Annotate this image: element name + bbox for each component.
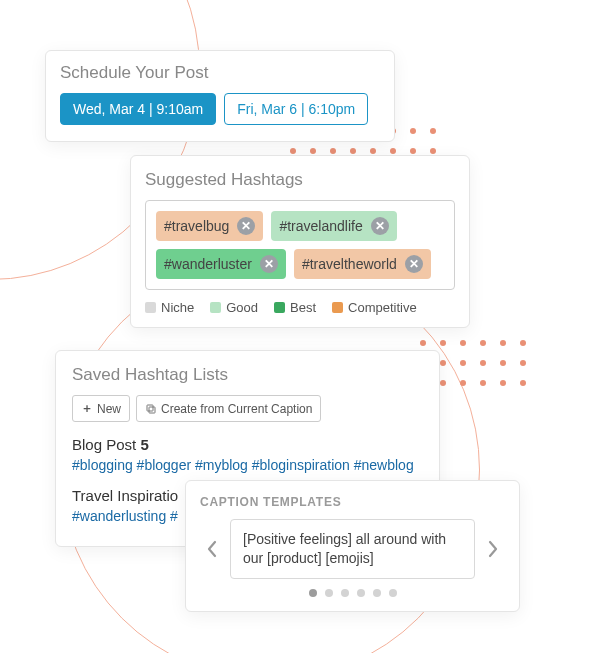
create-from-caption-button[interactable]: Create from Current Caption	[136, 395, 321, 422]
legend-competitive: Competitive	[332, 300, 417, 315]
hashtag-text: #traveltheworld	[302, 256, 397, 272]
legend-swatch	[332, 302, 343, 313]
suggested-hashtags-card: Suggested Hashtags #travelbug ✕ #travela…	[130, 155, 470, 328]
chevron-left-icon	[206, 540, 218, 558]
legend-swatch	[145, 302, 156, 313]
hashtag-legend: Niche Good Best Competitive	[145, 300, 455, 315]
hashtag-chip[interactable]: #traveltheworld ✕	[294, 249, 431, 279]
remove-hashtag-icon[interactable]: ✕	[371, 217, 389, 235]
template-pager	[200, 589, 505, 597]
hashtag-chip[interactable]: #wanderluster ✕	[156, 249, 286, 279]
pager-dot[interactable]	[325, 589, 333, 597]
saved-list-item[interactable]: Blog Post 5 #blogging #blogger #myblog #…	[72, 436, 423, 473]
card-title: Suggested Hashtags	[145, 170, 455, 190]
remove-hashtag-icon[interactable]: ✕	[237, 217, 255, 235]
schedule-post-card: Schedule Your Post Wed, Mar 4 | 9:10am F…	[45, 50, 395, 142]
create-from-caption-label: Create from Current Caption	[161, 402, 312, 416]
legend-good: Good	[210, 300, 258, 315]
card-title: CAPTION TEMPLATES	[200, 495, 505, 509]
remove-hashtag-icon[interactable]: ✕	[405, 255, 423, 273]
hashtag-text: #wanderluster	[164, 256, 252, 272]
hashtag-chip[interactable]: #travelbug ✕	[156, 211, 263, 241]
hashtag-chip-container: #travelbug ✕ #travelandlife ✕ #wanderlus…	[145, 200, 455, 290]
hashtag-chip[interactable]: #travelandlife ✕	[271, 211, 396, 241]
legend-best: Best	[274, 300, 316, 315]
legend-niche: Niche	[145, 300, 194, 315]
template-carousel: [Positive feelings] all around with our …	[200, 519, 505, 579]
pager-dot[interactable]	[341, 589, 349, 597]
pager-dot[interactable]	[357, 589, 365, 597]
schedule-slot-list: Wed, Mar 4 | 9:10am Fri, Mar 6 | 6:10pm	[60, 93, 380, 125]
svg-rect-1	[147, 405, 153, 411]
hashtag-text: #travelbug	[164, 218, 229, 234]
saved-list-name: Blog Post 5	[72, 436, 423, 453]
schedule-slot-button[interactable]: Wed, Mar 4 | 9:10am	[60, 93, 216, 125]
next-template-button[interactable]	[481, 531, 505, 567]
pager-dot[interactable]	[309, 589, 317, 597]
pager-dot[interactable]	[373, 589, 381, 597]
chevron-right-icon	[487, 540, 499, 558]
prev-template-button[interactable]	[200, 531, 224, 567]
new-list-label: New	[97, 402, 121, 416]
caption-templates-card: CAPTION TEMPLATES [Positive feelings] al…	[185, 480, 520, 612]
legend-swatch	[274, 302, 285, 313]
saved-list-tags: #blogging #blogger #myblog #bloginspirat…	[72, 457, 423, 473]
svg-rect-0	[149, 407, 155, 413]
card-title: Saved Hashtag Lists	[72, 365, 423, 385]
pager-dot[interactable]	[389, 589, 397, 597]
saved-lists-toolbar: ＋ New Create from Current Caption	[72, 395, 423, 422]
schedule-slot-button[interactable]: Fri, Mar 6 | 6:10pm	[224, 93, 368, 125]
remove-hashtag-icon[interactable]: ✕	[260, 255, 278, 273]
plus-icon: ＋	[81, 400, 93, 417]
card-title: Schedule Your Post	[60, 63, 380, 83]
copy-icon	[145, 403, 157, 415]
hashtag-text: #travelandlife	[279, 218, 362, 234]
template-text[interactable]: [Positive feelings] all around with our …	[230, 519, 475, 579]
new-list-button[interactable]: ＋ New	[72, 395, 130, 422]
legend-swatch	[210, 302, 221, 313]
